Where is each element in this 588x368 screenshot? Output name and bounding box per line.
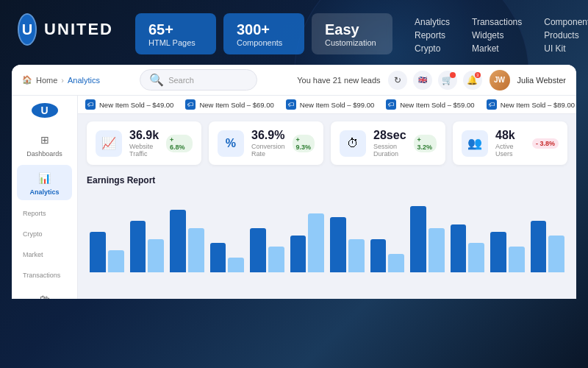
stat-info-users: 48k Active Users (495, 129, 525, 158)
ticker-bar: 🏷 New Item Sold – $49.00 🏷 New Item Sold… (78, 96, 576, 114)
cart-button[interactable]: 🛒 (438, 71, 457, 90)
stat-value-session: 28sec (373, 129, 406, 142)
badge-components-number: 300+ (237, 21, 291, 38)
top-section: U UNITED 65+ HTML Pages 300+ Components … (0, 0, 588, 54)
bar-primary-2 (170, 210, 186, 272)
bar-group-9 (451, 224, 485, 272)
search-bar[interactable]: 🔍 Search (140, 69, 257, 91)
bar-secondary-0 (108, 250, 124, 272)
breadcrumb-current[interactable]: Analytics (68, 76, 100, 85)
bar-secondary-9 (468, 243, 484, 272)
sidebar-item-analytics[interactable]: 📊 Analytics (17, 165, 72, 200)
flag-icon: 🇬🇧 (418, 76, 427, 84)
sidebar-item-market[interactable]: Market (17, 244, 72, 262)
bar-group-11 (531, 221, 565, 272)
stat-card-session-duration: ⏱ 28sec Session Duration + 3.2% (331, 121, 445, 165)
nav-products[interactable]: Products (544, 30, 588, 40)
panel-inner: U ⊞ Dashboards 📊 Analytics Reports Crypt… (12, 96, 576, 299)
ticker-text-2: New Item Sold – $99.00 (300, 101, 374, 109)
bar-primary-7 (370, 239, 387, 272)
chart-area (87, 191, 567, 272)
bar-primary-5 (290, 236, 306, 272)
nav-ui-kit[interactable]: UI Kit (544, 43, 588, 54)
dashboard-panel: 🏠 Home › Analytics 🔍 Search You have 21 … (12, 65, 576, 299)
bar-primary-0 (90, 232, 106, 272)
ticker-icon-2: 🏷 (286, 99, 296, 110)
bar-secondary-5 (308, 213, 324, 272)
bar-secondary-8 (429, 228, 445, 272)
stat-change-session: + 3.2% (414, 135, 437, 152)
badge-customization-label: Customization (325, 38, 379, 47)
sidebar-item-product[interactable]: 🛍 Product (17, 286, 72, 299)
leads-text: You have 21 new leads (297, 76, 380, 85)
bar-secondary-11 (548, 236, 564, 272)
nav-column-2: Transactions Widgets Market (472, 17, 522, 54)
breadcrumb-separator: › (61, 76, 64, 85)
ticker-item-0: 🏷 New Item Sold – $49.00 (85, 99, 173, 110)
bell-button[interactable]: 🔔 3 (463, 71, 482, 90)
nav-widgets[interactable]: Widgets (472, 30, 522, 40)
bar-primary-10 (490, 232, 506, 272)
badge-customization-number: Easy (325, 21, 379, 38)
ticker-item-3: 🏷 New Item Sold – $59.00 (386, 99, 474, 110)
user-avatar: JW (490, 70, 510, 91)
bar-primary-6 (330, 217, 346, 272)
bar-primary-8 (410, 206, 426, 272)
badge-customization: Easy Customization (312, 13, 392, 54)
sidebar-label-dashboards: Dashboards (26, 150, 62, 158)
nav-reports[interactable]: Reports (415, 30, 450, 40)
sidebar-item-reports[interactable]: Reports (17, 203, 72, 221)
badge-html-pages-label: HTML Pages (148, 38, 203, 47)
stat-value-traffic: 36.9k (129, 129, 159, 142)
bar-secondary-7 (388, 254, 404, 272)
bar-group-1 (130, 221, 165, 272)
sidebar-label-analytics: Analytics (29, 188, 59, 196)
cart-badge (450, 72, 456, 78)
stat-card-website-traffic: 📈 36.9k Website Traffic + 6.8% (87, 121, 201, 165)
sidebar-item-dashboards[interactable]: ⊞ Dashboards (17, 127, 72, 162)
nav-market[interactable]: Market (472, 43, 522, 54)
nav-analytics[interactable]: Analytics (415, 17, 450, 27)
stat-info-session: 28sec Session Duration (373, 129, 406, 158)
nav-links: Analytics Reports Crypto Transactions Wi… (415, 13, 588, 54)
nav-components[interactable]: Components (544, 17, 588, 27)
feature-badges: 65+ HTML Pages 300+ Components Easy Cust… (135, 13, 392, 54)
sidebar-item-crypto[interactable]: Crypto (17, 224, 72, 241)
ticker-item-1: 🏷 New Item Sold – $69.00 (185, 99, 273, 110)
flag-button[interactable]: 🇬🇧 (413, 71, 432, 90)
sidebar-item-transactions[interactable]: Transactions (17, 265, 72, 283)
bar-primary-9 (451, 224, 467, 272)
bar-group-2 (170, 210, 204, 272)
earnings-title: Earnings Report (87, 175, 567, 185)
nav-transactions[interactable]: Transactions (472, 17, 522, 27)
bar-group-0 (90, 232, 124, 272)
breadcrumb-home[interactable]: Home (36, 76, 57, 85)
bar-group-8 (410, 206, 445, 272)
sidebar-label-transactions: Transactions (23, 272, 60, 279)
logo-area: U UNITED (18, 13, 113, 46)
sidebar-logo: U (32, 103, 58, 118)
bar-group-5 (290, 213, 325, 272)
stat-label-session: Session Duration (373, 143, 406, 158)
bar-secondary-6 (348, 239, 365, 272)
stat-card-conversion-rate: % 36.9% Conversion Rate + 9.3% (209, 121, 323, 165)
ticker-item-4: 🏷 New Item Sold – $89.00 (487, 99, 575, 110)
ticker-icon-0: 🏷 (85, 99, 96, 110)
panel-header: 🏠 Home › Analytics 🔍 Search You have 21 … (12, 65, 576, 96)
breadcrumb: 🏠 Home › Analytics (22, 75, 100, 85)
bar-secondary-2 (188, 228, 204, 272)
sidebar-label-market: Market (23, 251, 43, 258)
badge-html-pages: 65+ HTML Pages (135, 13, 216, 54)
stat-icon-conversion: % (218, 130, 244, 157)
stat-change-traffic: + 6.8% (166, 135, 193, 152)
badge-components: 300+ Components (223, 13, 304, 54)
search-placeholder: Search (168, 76, 194, 85)
logo-icon: U (18, 13, 37, 46)
sidebar-label-reports: Reports (23, 210, 46, 217)
refresh-button[interactable]: ↻ (388, 71, 407, 90)
bar-secondary-1 (148, 239, 164, 272)
ticker-icon-3: 🏷 (386, 99, 396, 110)
badge-html-pages-number: 65+ (148, 21, 203, 38)
ticker-text-0: New Item Sold – $49.00 (99, 101, 173, 109)
nav-crypto[interactable]: Crypto (415, 43, 450, 54)
